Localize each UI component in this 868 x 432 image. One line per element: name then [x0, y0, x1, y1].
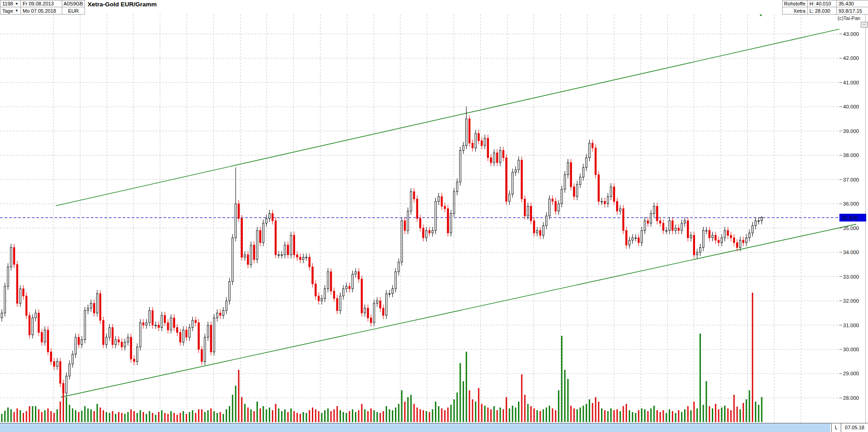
svg-text:32.000: 32.000: [843, 298, 859, 304]
svg-text:29.000: 29.000: [843, 371, 859, 376]
tai-pan-chart-window: { "header": { "bars": "1198", "timeframe…: [0, 0, 868, 432]
svg-text:39.000: 39.000: [843, 128, 859, 134]
svg-text:40.000: 40.000: [843, 104, 859, 109]
exchange-label: Xetra: [782, 7, 808, 15]
candles-layer: [1, 107, 762, 398]
trend-channel: [56, 29, 856, 397]
last-price-label: 35.430: [837, 0, 868, 7]
chart-header: 1198 ▼ Fr 09.08.2013 A0S9GB Tage ▼ Mo 07…: [0, 0, 868, 15]
time-axis[interactable]: 1213021404140614081410141214021504150615…: [0, 423, 868, 432]
collapse-icon[interactable]: –: [861, 22, 868, 28]
last-date-label: 07.05.18: [842, 423, 868, 432]
wkn-field: A0S9GB: [62, 0, 85, 7]
timeframe-value: Tage: [2, 8, 13, 14]
time-axis-range-bar[interactable]: [0, 423, 830, 432]
last-price-badge: 35.430: [839, 214, 866, 221]
timeframe-dropdown[interactable]: Tage ▼: [0, 7, 21, 15]
svg-text:34.000: 34.000: [843, 250, 859, 255]
dropdown-arrow-icon: ▼: [15, 2, 19, 6]
svg-text:31.000: 31.000: [843, 323, 859, 328]
bars-count-dropdown[interactable]: 1198 ▼: [0, 0, 21, 7]
svg-text:35.430: 35.430: [842, 215, 858, 221]
svg-text:41.000: 41.000: [843, 80, 859, 85]
svg-text:28.000: 28.000: [843, 395, 859, 401]
svg-text:36.000: 36.000: [843, 201, 859, 206]
range-percent-label: 93.8/17.15: [837, 7, 868, 15]
date-from-field[interactable]: Fr 09.08.2013: [21, 0, 62, 7]
currency-field: EUR: [62, 7, 85, 15]
copyright-label: (c)Tai-Pan: [838, 15, 860, 21]
last-marker-cell: L: [831, 423, 841, 432]
dropdown-arrow-icon: ▼: [15, 9, 19, 13]
svg-text:33.000: 33.000: [843, 274, 859, 280]
svg-text:37.000: 37.000: [843, 177, 859, 182]
svg-text:35.000: 35.000: [843, 226, 859, 231]
svg-text:42.000: 42.000: [843, 55, 859, 61]
bars-count-value: 1198: [2, 1, 13, 6]
price-volume-chart[interactable]: 43.00042.00041.00040.00039.00038.00037.0…: [0, 0, 868, 432]
period-high-label: H: 40.010: [808, 0, 837, 7]
category-label: Rohstoffe: [782, 0, 808, 7]
svg-text:38.000: 38.000: [843, 152, 859, 158]
date-to-field[interactable]: Mo 07.05.2018: [21, 7, 62, 15]
svg-text:43.000: 43.000: [843, 31, 859, 37]
svg-text:30.000: 30.000: [843, 347, 859, 352]
period-low-label: L: 28.030: [808, 7, 837, 15]
price-axis: 43.00042.00041.00040.00039.00038.00037.0…: [839, 15, 866, 423]
instrument-title: Xetra-Gold EUR/Gramm: [88, 1, 157, 8]
volume-layer: [1, 293, 763, 422]
